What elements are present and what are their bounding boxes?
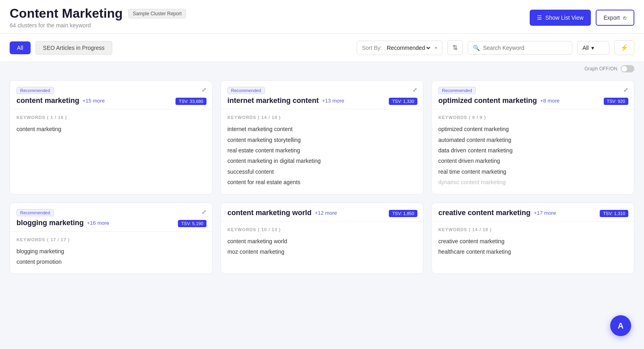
cluster-card: Recommended blogging marketing +16 more … bbox=[10, 203, 213, 274]
toolbar-right: Sort By: Recommended A-Z TSV High-Low ▾ … bbox=[357, 40, 634, 55]
search-input[interactable] bbox=[483, 45, 567, 51]
list-view-label: Show List View bbox=[545, 14, 584, 21]
keyword-item: creative content marketing bbox=[438, 236, 627, 246]
filter-button[interactable]: ⚡ bbox=[614, 40, 634, 55]
card-title-text: content marketing bbox=[17, 96, 79, 105]
card-more-tag: +17 more bbox=[534, 210, 556, 216]
card-body: KEYWORDS ( 9 / 9 ) optimized content mar… bbox=[432, 109, 634, 194]
sort-select[interactable]: Recommended A-Z TSV High-Low bbox=[385, 44, 431, 51]
card-more-tag: +12 more bbox=[315, 210, 337, 216]
card-title-text: content marketing world bbox=[227, 209, 312, 217]
all-filter-label: All bbox=[582, 45, 589, 51]
cluster-card: Recommended content marketing +15 more ⤢… bbox=[10, 80, 213, 194]
keyword-item: content promotion bbox=[17, 257, 206, 267]
keyword-item: automated content marketing bbox=[438, 135, 627, 145]
page-header: Content Marketing Sample Cluster Report … bbox=[0, 0, 644, 34]
card-body: KEYWORDS ( 14 / 18 ) creative content ma… bbox=[432, 222, 634, 264]
card-body: KEYWORDS ( 14 / 14 ) internet marketing … bbox=[221, 109, 423, 194]
card-title-text: optimized content marketing bbox=[438, 96, 537, 105]
recommended-badge: Recommended bbox=[227, 87, 265, 94]
cards-grid: Recommended content marketing +15 more ⤢… bbox=[0, 74, 644, 283]
keyword-item: blogging marketing bbox=[17, 246, 206, 257]
keywords-header: KEYWORDS ( 14 / 18 ) bbox=[438, 227, 627, 232]
card-more-tag: +15 more bbox=[83, 98, 105, 104]
card-top: creative content marketing +17 more ⤢ TS… bbox=[432, 203, 634, 222]
sort-group: Sort By: Recommended A-Z TSV High-Low ▾ bbox=[357, 41, 442, 55]
card-top: content marketing world +12 more ⤢ TSV: … bbox=[221, 203, 423, 222]
tsv-badge: TSV: 920 bbox=[604, 98, 628, 105]
page-title: Content Marketing bbox=[10, 6, 123, 21]
card-title-text: internet marketing content bbox=[227, 96, 319, 105]
keyword-item: internet marketing content bbox=[227, 124, 417, 134]
card-title: creative content marketing +17 more bbox=[438, 209, 627, 217]
card-more-tag: +13 more bbox=[322, 98, 344, 104]
card-title-text: blogging marketing bbox=[17, 219, 84, 227]
graph-toggle-label: Graph OFF/ON bbox=[584, 66, 617, 72]
card-title: content marketing world +12 more bbox=[227, 209, 417, 217]
export-label: Export bbox=[604, 14, 620, 21]
card-more-tag: +8 more bbox=[540, 98, 559, 104]
card-title: optimized content marketing +8 more bbox=[438, 96, 627, 105]
keyword-item: healthcare content marketing bbox=[438, 246, 627, 257]
card-title: internet marketing content +13 more bbox=[227, 96, 417, 105]
tab-seo-articles[interactable]: SEO Articles in Progress bbox=[35, 41, 112, 55]
cluster-card: content marketing world +12 more ⤢ TSV: … bbox=[221, 203, 423, 274]
recommended-badge: Recommended bbox=[17, 87, 54, 94]
card-title-text: creative content marketing bbox=[438, 209, 530, 217]
keyword-item: content marketing storytelling bbox=[227, 135, 417, 145]
expand-icon[interactable]: ⤢ bbox=[202, 209, 206, 215]
header-actions: ☰ Show List View Export ⎋ bbox=[530, 10, 634, 26]
tab-all[interactable]: All bbox=[10, 41, 31, 54]
card-body: KEYWORDS ( 17 / 17 ) blogging marketingc… bbox=[10, 232, 212, 274]
sample-badge: Sample Cluster Report bbox=[128, 9, 186, 18]
keywords-header: KEYWORDS ( 14 / 14 ) bbox=[227, 115, 417, 120]
search-icon: 🔍 bbox=[473, 45, 480, 51]
keyword-item: content for real estate agents bbox=[227, 177, 417, 187]
cluster-card: Recommended optimized content marketing … bbox=[431, 80, 634, 194]
keyword-item: content marketing world bbox=[227, 236, 417, 246]
recommended-badge: Recommended bbox=[17, 209, 54, 216]
expand-icon[interactable]: ⤢ bbox=[623, 86, 628, 93]
keywords-header: KEYWORDS ( 9 / 9 ) bbox=[438, 115, 627, 120]
keywords-header: KEYWORDS ( 1 / 16 ) bbox=[17, 115, 206, 120]
card-more-tag: +16 more bbox=[87, 220, 109, 226]
header-left: Content Marketing Sample Cluster Report … bbox=[10, 6, 186, 29]
list-icon: ☰ bbox=[537, 14, 542, 21]
list-view-button[interactable]: ☰ Show List View bbox=[530, 10, 591, 26]
card-top: Recommended internet marketing content +… bbox=[221, 81, 423, 109]
tsv-badge: TSV: 1,850 bbox=[389, 210, 417, 217]
cluster-card: Recommended internet marketing content +… bbox=[221, 80, 423, 194]
expand-icon[interactable]: ⤢ bbox=[413, 86, 417, 93]
keyword-item: content marketing in digital marketing bbox=[227, 156, 417, 166]
keyword-item: dynamic content marketing bbox=[438, 177, 627, 187]
all-filter-select[interactable]: All ▾ bbox=[577, 41, 609, 55]
keyword-item: content driven marketing bbox=[438, 156, 627, 166]
tsv-badge: TSV: 1,310 bbox=[600, 210, 628, 217]
expand-icon[interactable]: ⤢ bbox=[202, 86, 206, 93]
keyword-item: real time content marketing bbox=[438, 166, 627, 177]
recommended-badge: Recommended bbox=[438, 87, 476, 94]
keywords-header: KEYWORDS ( 10 / 13 ) bbox=[227, 227, 417, 232]
keywords-header: KEYWORDS ( 17 / 17 ) bbox=[17, 237, 206, 242]
tsv-badge: TSV: 33,680 bbox=[175, 98, 206, 105]
export-icon: ⎋ bbox=[623, 14, 626, 21]
keyword-item: content marketing bbox=[17, 124, 206, 134]
keyword-item: moz content marketing bbox=[227, 246, 417, 257]
card-body: KEYWORDS ( 1 / 16 ) content marketing bbox=[10, 109, 212, 141]
search-box: 🔍 bbox=[468, 41, 572, 55]
card-title: blogging marketing +16 more bbox=[17, 219, 206, 227]
header-title-block: Content Marketing Sample Cluster Report … bbox=[10, 6, 186, 29]
card-top: Recommended content marketing +15 more ⤢… bbox=[10, 81, 212, 109]
toolbar: All SEO Articles in Progress Sort By: Re… bbox=[0, 34, 644, 62]
card-top: Recommended blogging marketing +16 more … bbox=[10, 203, 212, 232]
graph-toggle-switch[interactable] bbox=[621, 65, 634, 72]
sort-filter-icon-button[interactable]: ⇅ bbox=[447, 40, 463, 55]
header-subtitle: 64 clusters for the main keyword bbox=[10, 22, 186, 29]
card-body: KEYWORDS ( 10 / 13 ) content marketing w… bbox=[221, 222, 423, 264]
export-button[interactable]: Export ⎋ bbox=[596, 10, 634, 26]
card-top: Recommended optimized content marketing … bbox=[432, 81, 634, 109]
sort-label: Sort By: bbox=[362, 45, 382, 51]
keyword-item: real estate content marketing bbox=[227, 145, 417, 156]
tsv-badge: TSV: 1,330 bbox=[389, 98, 417, 105]
chevron-down-icon: ▾ bbox=[435, 45, 437, 51]
